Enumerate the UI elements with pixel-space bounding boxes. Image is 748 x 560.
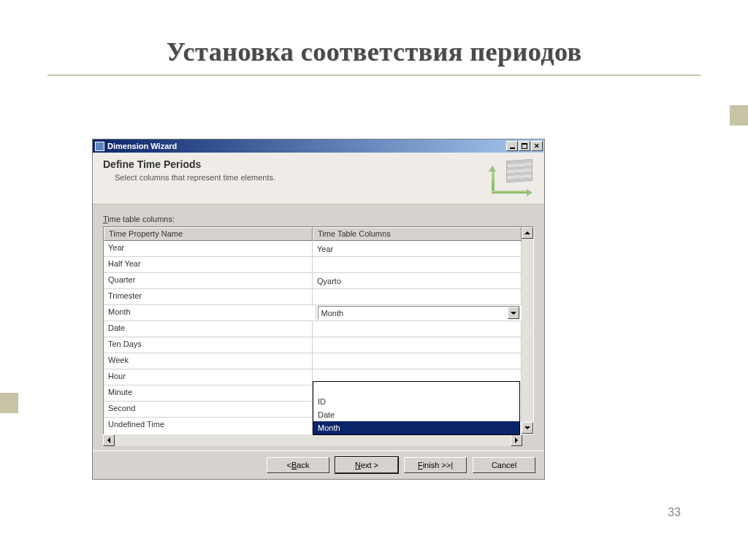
value-cell[interactable] — [313, 321, 522, 337]
dropdown-popup[interactable]: ID Date Month — [313, 381, 520, 435]
horizontal-scrollbar[interactable] — [103, 434, 534, 446]
wizard-header: Define Time Periods Select columns that … — [93, 153, 544, 204]
window-title: Dimension Wizard — [107, 142, 506, 150]
dropdown-button[interactable] — [508, 307, 519, 319]
scroll-left-button[interactable] — [103, 434, 115, 446]
grid-header-row: Time Property Name Time Table Columns — [104, 227, 522, 241]
table-row[interactable]: Trimester — [104, 289, 522, 305]
table-row[interactable]: Quarter Qyarto — [104, 273, 522, 289]
value-cell[interactable] — [313, 337, 522, 353]
time-table-columns-label: Time table columns: — [103, 215, 534, 223]
property-cell: Quarter — [104, 273, 313, 288]
scroll-track-v[interactable] — [522, 239, 533, 422]
scroll-up-button[interactable] — [522, 227, 533, 239]
property-cell: Half Year — [104, 257, 313, 272]
app-icon — [95, 142, 104, 151]
value-cell[interactable] — [313, 257, 522, 272]
grid-header-left[interactable]: Time Property Name — [104, 227, 313, 241]
wizard-subheading: Select columns that represent time eleme… — [115, 173, 490, 182]
dimension-wizard-window: Dimension Wizard ✕ Define Time Periods S… — [92, 139, 545, 480]
decor-block-left — [0, 393, 18, 413]
wizard-buttons: < Back Next > Finish >>| Cancel — [93, 450, 544, 479]
dropdown-option-empty[interactable] — [313, 382, 519, 395]
month-dropdown[interactable]: Month — [318, 306, 521, 320]
grid-header-right[interactable]: Time Table Columns — [313, 227, 522, 241]
table-row[interactable]: Half Year — [104, 257, 522, 273]
scroll-down-button[interactable] — [522, 422, 533, 434]
slide-title: Установка соответствия периодов — [0, 37, 748, 67]
property-cell: Trimester — [104, 289, 313, 304]
maximize-button[interactable] — [519, 141, 530, 151]
property-cell: Date — [104, 321, 313, 337]
property-cell: Month — [104, 305, 316, 321]
property-cell: Week — [104, 353, 313, 369]
scroll-corner — [522, 434, 534, 446]
value-cell[interactable] — [313, 353, 522, 369]
close-button[interactable]: ✕ — [531, 141, 543, 151]
property-cell: Minute — [104, 386, 313, 401]
dropdown-option[interactable]: ID — [313, 395, 519, 408]
finish-button[interactable]: Finish >>| — [404, 457, 467, 473]
table-row[interactable]: Ten Days — [104, 337, 522, 353]
table-row[interactable]: Date — [104, 321, 522, 337]
vertical-scrollbar[interactable] — [522, 227, 533, 434]
cancel-button[interactable]: Cancel — [473, 457, 535, 473]
back-button[interactable]: < Back — [267, 457, 329, 473]
scroll-track-h[interactable] — [115, 434, 511, 446]
title-underline — [47, 74, 701, 76]
table-row[interactable]: Year Year — [104, 241, 522, 257]
property-cell: Undefined Time — [104, 418, 313, 434]
page-number: 33 — [668, 506, 681, 519]
wizard-body: Time table columns: Time Property Name T… — [93, 204, 544, 450]
chevron-down-icon — [511, 312, 516, 315]
property-cell: Second — [104, 402, 313, 417]
value-cell[interactable]: Qyarto — [313, 273, 522, 288]
property-cell: Year — [104, 241, 313, 256]
decor-block-right — [730, 105, 748, 126]
value-cell[interactable]: Year — [313, 241, 522, 256]
cube-icon — [490, 158, 537, 196]
dropdown-selected-text: Month — [318, 309, 508, 318]
slide: Установка соответствия периодов 33 Dimen… — [0, 0, 748, 560]
scroll-right-button[interactable] — [511, 434, 522, 446]
table-row[interactable]: Week — [104, 353, 522, 369]
wizard-heading: Define Time Periods — [103, 158, 490, 170]
property-cell: Ten Days — [104, 337, 313, 353]
minimize-button[interactable] — [506, 141, 518, 151]
value-cell-combo[interactable]: Month — [316, 305, 522, 321]
dropdown-option[interactable]: Date — [313, 408, 519, 421]
property-cell: Hour — [104, 369, 313, 385]
value-cell[interactable] — [313, 289, 522, 304]
next-button[interactable]: Next > — [335, 457, 398, 473]
titlebar: Dimension Wizard ✕ — [93, 139, 544, 153]
table-row[interactable]: Month Month — [104, 305, 522, 321]
dropdown-option-selected[interactable]: Month — [313, 421, 519, 434]
